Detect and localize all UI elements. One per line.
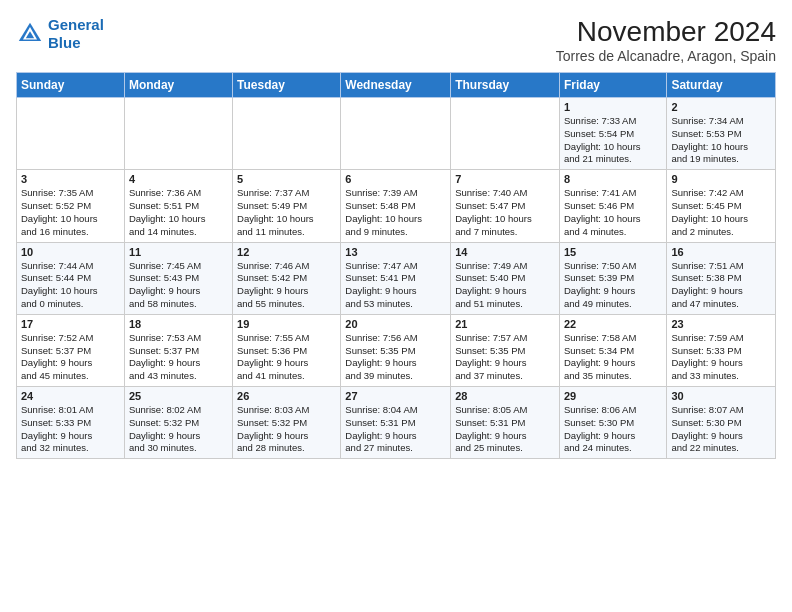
day-info: Sunrise: 7:51 AM Sunset: 5:38 PM Dayligh… [671,260,771,311]
day-info: Sunrise: 7:42 AM Sunset: 5:45 PM Dayligh… [671,187,771,238]
day-number: 6 [345,173,446,185]
calendar-cell: 24Sunrise: 8:01 AM Sunset: 5:33 PM Dayli… [17,387,125,459]
day-info: Sunrise: 7:45 AM Sunset: 5:43 PM Dayligh… [129,260,228,311]
weekday-header: Tuesday [233,73,341,98]
calendar-cell: 16Sunrise: 7:51 AM Sunset: 5:38 PM Dayli… [667,242,776,314]
day-number: 26 [237,390,336,402]
day-number: 21 [455,318,555,330]
day-info: Sunrise: 8:07 AM Sunset: 5:30 PM Dayligh… [671,404,771,455]
calendar-cell: 20Sunrise: 7:56 AM Sunset: 5:35 PM Dayli… [341,314,451,386]
calendar-cell: 30Sunrise: 8:07 AM Sunset: 5:30 PM Dayli… [667,387,776,459]
day-info: Sunrise: 7:41 AM Sunset: 5:46 PM Dayligh… [564,187,662,238]
day-number: 18 [129,318,228,330]
day-number: 5 [237,173,336,185]
day-number: 12 [237,246,336,258]
calendar-cell: 10Sunrise: 7:44 AM Sunset: 5:44 PM Dayli… [17,242,125,314]
calendar-cell: 21Sunrise: 7:57 AM Sunset: 5:35 PM Dayli… [451,314,560,386]
day-info: Sunrise: 7:46 AM Sunset: 5:42 PM Dayligh… [237,260,336,311]
day-number: 10 [21,246,120,258]
calendar-body: 1Sunrise: 7:33 AM Sunset: 5:54 PM Daylig… [17,98,776,459]
day-info: Sunrise: 8:06 AM Sunset: 5:30 PM Dayligh… [564,404,662,455]
calendar-cell: 3Sunrise: 7:35 AM Sunset: 5:52 PM Daylig… [17,170,125,242]
calendar-cell: 22Sunrise: 7:58 AM Sunset: 5:34 PM Dayli… [559,314,666,386]
calendar-header: SundayMondayTuesdayWednesdayThursdayFrid… [17,73,776,98]
location-subtitle: Torres de Alcanadre, Aragon, Spain [556,48,776,64]
calendar-cell: 25Sunrise: 8:02 AM Sunset: 5:32 PM Dayli… [124,387,232,459]
calendar-cell: 28Sunrise: 8:05 AM Sunset: 5:31 PM Dayli… [451,387,560,459]
title-block: November 2024 Torres de Alcanadre, Arago… [556,16,776,64]
day-info: Sunrise: 7:37 AM Sunset: 5:49 PM Dayligh… [237,187,336,238]
calendar-cell: 23Sunrise: 7:59 AM Sunset: 5:33 PM Dayli… [667,314,776,386]
week-row: 10Sunrise: 7:44 AM Sunset: 5:44 PM Dayli… [17,242,776,314]
day-number: 14 [455,246,555,258]
calendar-cell: 17Sunrise: 7:52 AM Sunset: 5:37 PM Dayli… [17,314,125,386]
weekday-header: Friday [559,73,666,98]
day-info: Sunrise: 7:47 AM Sunset: 5:41 PM Dayligh… [345,260,446,311]
day-number: 22 [564,318,662,330]
day-info: Sunrise: 7:44 AM Sunset: 5:44 PM Dayligh… [21,260,120,311]
day-info: Sunrise: 7:58 AM Sunset: 5:34 PM Dayligh… [564,332,662,383]
day-info: Sunrise: 8:05 AM Sunset: 5:31 PM Dayligh… [455,404,555,455]
calendar-cell: 18Sunrise: 7:53 AM Sunset: 5:37 PM Dayli… [124,314,232,386]
weekday-header: Saturday [667,73,776,98]
calendar-cell [451,98,560,170]
calendar-cell: 1Sunrise: 7:33 AM Sunset: 5:54 PM Daylig… [559,98,666,170]
day-info: Sunrise: 7:57 AM Sunset: 5:35 PM Dayligh… [455,332,555,383]
weekday-header: Wednesday [341,73,451,98]
day-info: Sunrise: 8:03 AM Sunset: 5:32 PM Dayligh… [237,404,336,455]
day-info: Sunrise: 8:01 AM Sunset: 5:33 PM Dayligh… [21,404,120,455]
day-number: 23 [671,318,771,330]
calendar-cell: 26Sunrise: 8:03 AM Sunset: 5:32 PM Dayli… [233,387,341,459]
day-number: 17 [21,318,120,330]
calendar-cell: 11Sunrise: 7:45 AM Sunset: 5:43 PM Dayli… [124,242,232,314]
day-number: 28 [455,390,555,402]
calendar-cell: 27Sunrise: 8:04 AM Sunset: 5:31 PM Dayli… [341,387,451,459]
day-info: Sunrise: 8:04 AM Sunset: 5:31 PM Dayligh… [345,404,446,455]
day-number: 16 [671,246,771,258]
calendar-cell: 12Sunrise: 7:46 AM Sunset: 5:42 PM Dayli… [233,242,341,314]
calendar-cell: 4Sunrise: 7:36 AM Sunset: 5:51 PM Daylig… [124,170,232,242]
day-info: Sunrise: 7:40 AM Sunset: 5:47 PM Dayligh… [455,187,555,238]
calendar-cell: 29Sunrise: 8:06 AM Sunset: 5:30 PM Dayli… [559,387,666,459]
calendar-cell: 5Sunrise: 7:37 AM Sunset: 5:49 PM Daylig… [233,170,341,242]
week-row: 17Sunrise: 7:52 AM Sunset: 5:37 PM Dayli… [17,314,776,386]
week-row: 3Sunrise: 7:35 AM Sunset: 5:52 PM Daylig… [17,170,776,242]
day-number: 13 [345,246,446,258]
calendar-cell: 2Sunrise: 7:34 AM Sunset: 5:53 PM Daylig… [667,98,776,170]
day-info: Sunrise: 7:59 AM Sunset: 5:33 PM Dayligh… [671,332,771,383]
weekday-header: Thursday [451,73,560,98]
calendar-cell: 13Sunrise: 7:47 AM Sunset: 5:41 PM Dayli… [341,242,451,314]
day-info: Sunrise: 8:02 AM Sunset: 5:32 PM Dayligh… [129,404,228,455]
calendar-cell: 6Sunrise: 7:39 AM Sunset: 5:48 PM Daylig… [341,170,451,242]
logo-text: General Blue [48,16,104,52]
week-row: 24Sunrise: 8:01 AM Sunset: 5:33 PM Dayli… [17,387,776,459]
day-info: Sunrise: 7:55 AM Sunset: 5:36 PM Dayligh… [237,332,336,383]
calendar-cell [233,98,341,170]
day-number: 15 [564,246,662,258]
day-number: 3 [21,173,120,185]
month-title: November 2024 [556,16,776,48]
logo-line1: General [48,16,104,33]
day-info: Sunrise: 7:33 AM Sunset: 5:54 PM Dayligh… [564,115,662,166]
day-number: 4 [129,173,228,185]
calendar-cell: 8Sunrise: 7:41 AM Sunset: 5:46 PM Daylig… [559,170,666,242]
day-number: 25 [129,390,228,402]
logo: General Blue [16,16,104,52]
weekday-header: Monday [124,73,232,98]
weekday-header: Sunday [17,73,125,98]
logo-icon [16,20,44,48]
calendar-table: SundayMondayTuesdayWednesdayThursdayFrid… [16,72,776,459]
day-info: Sunrise: 7:50 AM Sunset: 5:39 PM Dayligh… [564,260,662,311]
day-info: Sunrise: 7:35 AM Sunset: 5:52 PM Dayligh… [21,187,120,238]
day-number: 2 [671,101,771,113]
day-number: 11 [129,246,228,258]
calendar-cell [17,98,125,170]
day-number: 9 [671,173,771,185]
calendar-cell: 7Sunrise: 7:40 AM Sunset: 5:47 PM Daylig… [451,170,560,242]
day-info: Sunrise: 7:34 AM Sunset: 5:53 PM Dayligh… [671,115,771,166]
header: General Blue November 2024 Torres de Alc… [16,16,776,64]
page: General Blue November 2024 Torres de Alc… [0,0,792,469]
day-number: 8 [564,173,662,185]
calendar-cell: 9Sunrise: 7:42 AM Sunset: 5:45 PM Daylig… [667,170,776,242]
day-number: 29 [564,390,662,402]
